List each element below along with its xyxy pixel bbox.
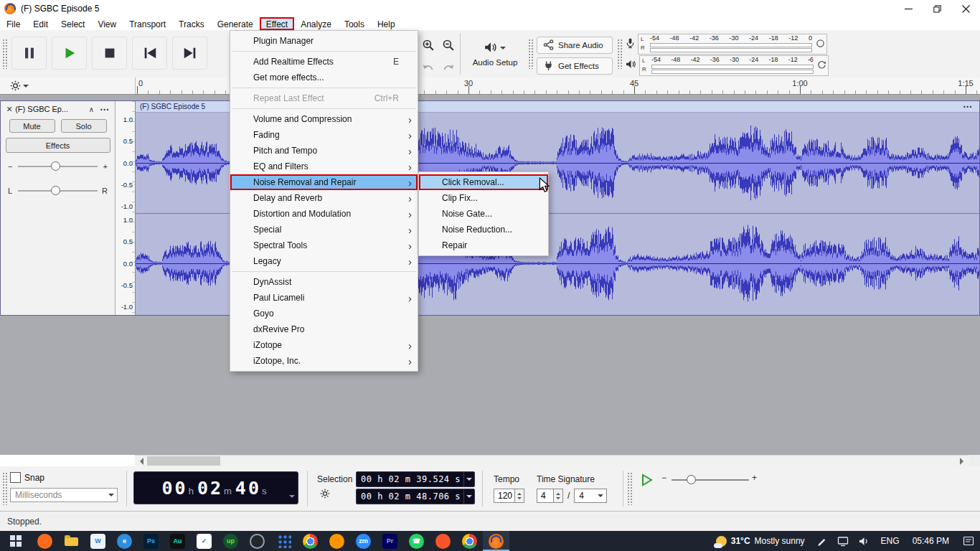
vertical-scale-ruler[interactable]: 1.00.50.0-0.5-1.0 1.00.50.0-0.5-1.0 <box>116 101 136 315</box>
taskbar-clock[interactable]: 05:46 PM <box>913 536 949 546</box>
skip-to-start-button[interactable] <box>132 37 167 70</box>
timeline-options-button[interactable] <box>10 80 29 91</box>
brave[interactable] <box>430 531 456 551</box>
effect-menu-item[interactable] <box>230 85 418 90</box>
audacity[interactable] <box>483 531 509 551</box>
effect-menu-item[interactable]: Add Realtime Effects E <box>230 54 418 70</box>
tray-volume-icon[interactable] <box>859 537 870 546</box>
effect-menu-item[interactable]: Pitch and Tempo <box>230 143 418 159</box>
edge-browser[interactable]: e <box>111 531 138 551</box>
whatsapp[interactable]: ☎ <box>403 531 430 551</box>
horizontal-scrollbar[interactable] <box>135 455 969 466</box>
toolbar-grip[interactable] <box>2 39 7 69</box>
track-close-button[interactable] <box>6 103 12 115</box>
play-button[interactable] <box>52 37 87 70</box>
toolbar-grip[interactable] <box>617 39 622 69</box>
menubar-item[interactable]: Tools <box>338 17 371 30</box>
zoom-out-button[interactable] <box>439 36 458 55</box>
submenu-item[interactable]: Repair <box>419 237 548 253</box>
effect-menu-item[interactable] <box>230 49 418 54</box>
tray-pen-icon[interactable] <box>817 536 827 546</box>
copilot[interactable] <box>244 531 270 551</box>
scrollbar-thumb[interactable] <box>147 456 220 466</box>
pause-button[interactable] <box>11 37 47 70</box>
premiere[interactable]: Pr <box>377 531 403 551</box>
scroll-left-arrow[interactable] <box>135 456 147 466</box>
time-signature-spinner[interactable] <box>554 489 563 503</box>
chrome-profile-2[interactable] <box>456 531 483 551</box>
get-effects-button[interactable]: Get Effects <box>537 57 613 75</box>
effects-button[interactable]: Effects <box>6 138 110 153</box>
effect-menu-item[interactable]: Special <box>230 222 418 237</box>
menubar-item[interactable]: Tracks <box>172 17 211 30</box>
snap-mode-select[interactable]: Milliseconds <box>10 488 118 502</box>
language-indicator[interactable]: ENG <box>881 536 900 546</box>
toolbar-grip[interactable] <box>627 472 632 505</box>
start-button[interactable] <box>0 531 32 551</box>
effect-menu-item[interactable]: iZotope <box>230 337 418 353</box>
tray-display-icon[interactable] <box>837 536 849 547</box>
effect-menu-item[interactable]: Volume and Compression <box>230 111 418 127</box>
submenu-item[interactable]: Noise Gate... <box>419 206 548 222</box>
undo-button[interactable] <box>419 57 438 76</box>
gain-slider[interactable]: − + <box>8 159 108 174</box>
effect-menu-item[interactable]: Distortion and Modulation <box>230 206 418 222</box>
effect-menu-item[interactable]: Legacy <box>230 253 418 269</box>
menubar-item[interactable]: File <box>0 17 27 30</box>
tempo-spinner[interactable] <box>515 489 524 503</box>
restore-button[interactable] <box>923 0 951 17</box>
clip-menu-button[interactable] <box>963 101 972 112</box>
time-signature-upper-input[interactable] <box>537 489 554 503</box>
taskbar-weather[interactable]: 31°C Mostly sunny <box>709 531 812 551</box>
snap-checkbox[interactable] <box>10 472 21 483</box>
submenu-item[interactable]: Click Removal... <box>419 174 548 190</box>
time-signature-lower-select[interactable]: 4 <box>574 489 607 503</box>
menubar-item[interactable]: Analyze <box>294 17 338 30</box>
menubar-item[interactable]: Generate <box>211 17 260 30</box>
menubar-item[interactable]: Effect <box>260 17 294 30</box>
toolbar-grip[interactable] <box>2 472 7 505</box>
submenu-item[interactable]: Noise Reduction... <box>419 222 548 237</box>
chrome[interactable] <box>297 531 324 551</box>
playback-speed-slider[interactable] <box>672 479 749 481</box>
zoom[interactable]: zm <box>350 531 377 551</box>
effect-menu-item[interactable]: Paul Licameli <box>230 290 418 306</box>
gain-slider-thumb[interactable] <box>51 161 60 171</box>
menubar-item[interactable]: View <box>91 17 123 30</box>
redo-button[interactable] <box>439 57 458 76</box>
tempo-input[interactable] <box>494 489 515 503</box>
mute-button[interactable]: Mute <box>9 119 55 133</box>
effect-menu-item[interactable]: Spectral Tools <box>230 237 418 253</box>
effect-menu-item[interactable]: Noise Removal and Repair <box>230 174 418 190</box>
effect-menu-item[interactable]: Fading <box>230 127 418 143</box>
menubar-item[interactable]: Transport <box>123 17 172 30</box>
firefox[interactable] <box>324 531 350 551</box>
selection-end-field[interactable]: 00 h 02 m 48.706 s <box>356 489 475 504</box>
effect-menu-item[interactable]: iZotope, Inc. <box>230 353 418 369</box>
toolbar-grip[interactable] <box>528 39 533 69</box>
effect-menu-item[interactable]: EQ and Filters <box>230 159 418 174</box>
play-at-speed-button[interactable] <box>637 471 656 489</box>
audition[interactable]: Au <box>164 531 191 551</box>
menubar-item[interactable]: Select <box>55 17 91 30</box>
file-explorer[interactable] <box>58 531 85 551</box>
recording-meter[interactable]: LR -54-48-42-36-30-24-18-120 <box>626 34 827 54</box>
todo-app[interactable]: ✓ <box>191 531 217 551</box>
track-title[interactable]: (F) SGBC Ep... <box>15 105 88 113</box>
effect-menu-item[interactable]: Plugin Manager <box>230 33 418 49</box>
photoshop[interactable]: Ps <box>138 531 164 551</box>
menubar-item[interactable]: Edit <box>27 17 55 30</box>
skip-to-end-button[interactable] <box>172 37 207 70</box>
submenu-item[interactable]: Clip Fix... <box>419 190 548 206</box>
effect-menu-item[interactable] <box>230 269 418 274</box>
apps-grid[interactable] <box>270 531 297 551</box>
effect-menu-item[interactable]: Delay and Reverb <box>230 190 418 206</box>
playback-meter[interactable]: LR -54-48-42-36-30-24-18-12-6 <box>626 55 829 75</box>
solo-button[interactable]: Solo <box>61 119 107 133</box>
menubar-item[interactable]: Help <box>371 17 402 30</box>
pan-slider[interactable]: L R <box>8 183 108 199</box>
zoom-in-button[interactable] <box>419 36 438 55</box>
notification-center-icon[interactable] <box>963 536 974 546</box>
selection-start-field[interactable]: 00 h 02 m 39.524 s <box>356 471 475 487</box>
pan-slider-thumb[interactable] <box>51 186 60 195</box>
